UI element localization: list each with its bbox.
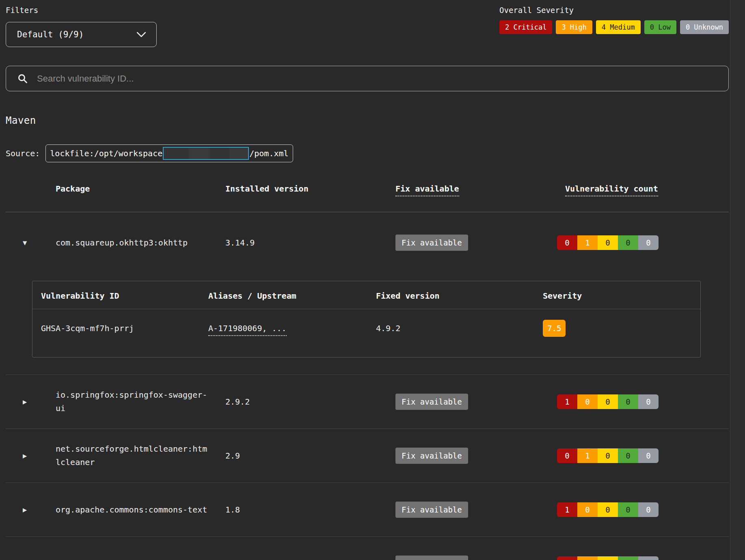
critical-count: 1 [557,502,577,517]
package-name: io.springfox:springfox-swagger-ui [56,388,209,415]
low-badge: 0 Low [644,20,676,34]
high-count: 0 [577,556,598,560]
source-path-prefix: lockfile:/opt/workspace [50,148,162,159]
medium-count: 0 [598,448,618,463]
chevron-down-icon [137,32,146,37]
aliases-link-cell: A-171980069, ... [208,323,376,333]
package-name: net.sourceforge.htmlcleaner:htmlcleaner [56,442,209,469]
high-count: 0 [577,394,598,409]
filter-selected-value: Default (9/9) [17,30,84,39]
overall-severity-title: Overall Severity [499,6,729,15]
search-input[interactable] [37,73,720,84]
vulnerability-id-column-header: Vulnerability ID [41,291,208,301]
table-row[interactable]: ▶ org.apache.commons:commons-text 1.8 Fi… [6,482,729,536]
expand-arrow-icon[interactable]: ▶ [6,506,56,514]
severity-column-header: Severity [543,291,700,301]
source-path-suffix: /pom.xml [249,148,288,159]
vulnerability-count-pill: 0 1 0 0 0 [557,448,659,463]
filters-group: Filters Default (9/9) [6,6,157,47]
expand-arrow-icon[interactable]: ▶ [6,452,56,460]
collapse-arrow-icon[interactable]: ▼ [6,239,56,247]
aliases-column-header: Aliases / Upstream [208,291,376,301]
unknown-badge: 0 Unknown [680,20,729,34]
low-count: 0 [618,556,638,560]
high-count: 1 [577,448,598,463]
low-count: 0 [618,235,638,250]
aliases-link[interactable]: A-171980069, ... [208,323,287,336]
low-count: 0 [618,448,638,463]
section-title: Maven [6,115,729,126]
package-table-header: Package Installed version Fix available … [6,184,729,212]
vulnerability-report-page: Filters Default (9/9) Overall Severity 2… [6,0,729,560]
detail-table-row: GHSA-3cqm-mf7h-prrj A-171980069, ... 4.9… [32,309,700,357]
unknown-count: 0 [638,394,659,409]
expand-arrow-icon[interactable]: ▶ [6,398,56,406]
table-row[interactable]: ▶ io.springfox:springfox-swagger-ui 2.9.… [6,375,729,429]
unknown-count: 0 [638,556,659,560]
package-column-header: Package [56,184,225,194]
medium-count: 1 [598,556,618,560]
detail-table-header: Vulnerability ID Aliases / Upstream Fixe… [32,281,700,309]
low-count: 0 [618,502,638,517]
package-name: org.apache.commons:commons-text [56,503,209,517]
installed-version-column-header: Installed version [225,184,395,194]
critical-count: 0 [557,448,577,463]
installed-version: 2.9 [225,451,395,461]
medium-count: 0 [598,235,618,250]
severity-badges: 2 Critical 3 High 4 Medium 0 Low 0 Unkno… [499,20,729,34]
fix-available-button[interactable]: Fix available [395,556,468,560]
critical-badge: 2 Critical [499,20,552,34]
installed-version: 1.8 [225,505,395,515]
critical-count: 0 [557,235,577,250]
package-name: org.apache.poi:poi [56,557,209,560]
filters-label: Filters [6,6,157,15]
package-block-okhttp: ▼ com.squareup.okhttp3:okhttp 3.14.9 Fix… [6,212,729,358]
installed-version: 3.14.9 [225,238,395,248]
source-row: Source: lockfile:/opt/workspace/pom.xml [6,144,729,162]
vulnerability-detail-panel: Vulnerability ID Aliases / Upstream Fixe… [32,281,701,358]
vulnerability-count-pill: 0 1 0 0 0 [557,235,659,250]
low-count: 0 [618,394,638,409]
top-bar: Filters Default (9/9) Overall Severity 2… [6,6,729,47]
fixed-version: 4.9.2 [376,323,543,333]
critical-count: 1 [557,394,577,409]
medium-count: 0 [598,502,618,517]
search-icon [17,73,28,84]
critical-count: 0 [557,556,577,560]
medium-badge: 4 Medium [596,20,641,34]
fix-available-button[interactable]: Fix available [395,448,468,464]
source-path: lockfile:/opt/workspace/pom.xml [45,144,293,162]
search-bar[interactable] [6,66,729,91]
fix-available-button[interactable]: Fix available [395,235,468,251]
vulnerability-count-column-header[interactable]: Vulnerability count [565,184,729,196]
fix-available-button[interactable]: Fix available [395,502,468,518]
severity-score-badge: 7.5 [543,320,566,337]
package-name: com.squareup.okhttp3:okhttp [56,236,209,250]
vulnerability-count-pill: 0 0 1 0 0 [557,556,659,560]
redacted-path-segment [163,147,249,160]
high-count: 0 [577,502,598,517]
right-gutter [730,0,745,560]
table-row[interactable]: ▼ com.squareup.okhttp3:okhttp 3.14.9 Fix… [6,212,729,273]
medium-count: 0 [598,394,618,409]
vulnerability-count-pill: 1 0 0 0 0 [557,394,659,409]
filter-dropdown[interactable]: Default (9/9) [6,22,157,47]
fixed-version-column-header: Fixed version [376,291,543,301]
source-label: Source: [6,149,40,158]
high-badge: 3 High [556,20,592,34]
table-row[interactable]: ▶ org.apache.poi:poi 4.1.0 Fix available… [6,536,729,560]
unknown-count: 0 [638,502,659,517]
unknown-count: 0 [638,235,659,250]
vulnerability-id: GHSA-3cqm-mf7h-prrj [41,323,208,333]
fix-available-button[interactable]: Fix available [395,394,468,410]
fix-available-column-header[interactable]: Fix available [395,184,557,196]
vulnerability-count-pill: 1 0 0 0 0 [557,502,659,517]
unknown-count: 0 [638,448,659,463]
table-row[interactable]: ▶ net.sourceforge.htmlcleaner:htmlcleane… [6,429,729,482]
installed-version: 2.9.2 [225,397,395,407]
overall-severity-group: Overall Severity 2 Critical 3 High 4 Med… [499,6,729,34]
high-count: 1 [577,235,598,250]
